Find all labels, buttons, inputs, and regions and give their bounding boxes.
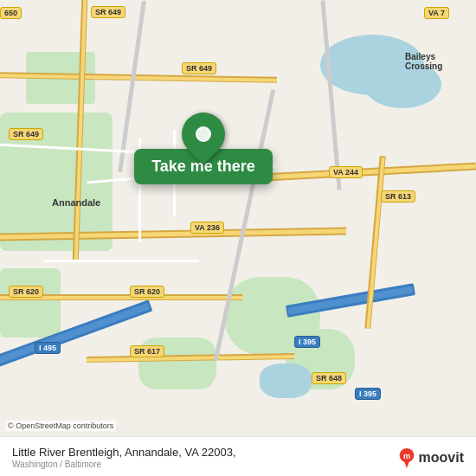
shield-sr613: SR 613 [381, 190, 415, 203]
bottom-info: Little River Brentleigh, Annandale, VA 2… [12, 446, 236, 469]
moovit-brand-text: moovit [419, 450, 464, 466]
shield-sr649-mid: SR 649 [182, 62, 216, 74]
local-road-3 [43, 260, 199, 262]
bottom-bar: Little River Brentleigh, Annandale, VA 2… [0, 436, 476, 476]
shield-va7: VA 7 [424, 7, 449, 19]
place-annandale: Annandale [52, 197, 100, 208]
shield-sr650: 650 [0, 7, 22, 19]
shield-sr649-left: SR 649 [9, 128, 43, 140]
region-name: Washington / Baltimore [12, 460, 236, 469]
shield-sr648: SR 648 [312, 372, 346, 384]
cta-bubble: Take me there [134, 113, 273, 184]
shield-sr649-top: SR 649 [91, 6, 125, 18]
map-pin-inner [196, 126, 211, 142]
park-area-5 [0, 268, 61, 338]
shield-i395-right: I 395 [355, 388, 381, 400]
shield-i495: I 495 [35, 342, 61, 354]
map-container: SR 649 SR 649 SR 649 VA 244 VA 236 SR 62… [0, 0, 476, 476]
place-baileys: BaileysCrossing [405, 52, 442, 71]
shield-sr620-left: SR 620 [9, 286, 43, 298]
shield-va244: VA 244 [329, 166, 363, 178]
shield-i395-bot: I 395 [294, 336, 320, 348]
moovit-logo: m moovit [398, 447, 464, 468]
location-name: Little River Brentleigh, Annandale, VA 2… [12, 446, 236, 459]
shield-sr620-mid: SR 620 [130, 286, 164, 298]
osm-attribution: © OpenStreetMap contributors [5, 421, 116, 431]
moovit-pin-icon: m [398, 447, 415, 468]
svg-text:m: m [402, 451, 409, 460]
shield-va236: VA 236 [190, 222, 224, 234]
shield-sr617: SR 617 [130, 345, 164, 357]
water-3 [260, 363, 312, 398]
